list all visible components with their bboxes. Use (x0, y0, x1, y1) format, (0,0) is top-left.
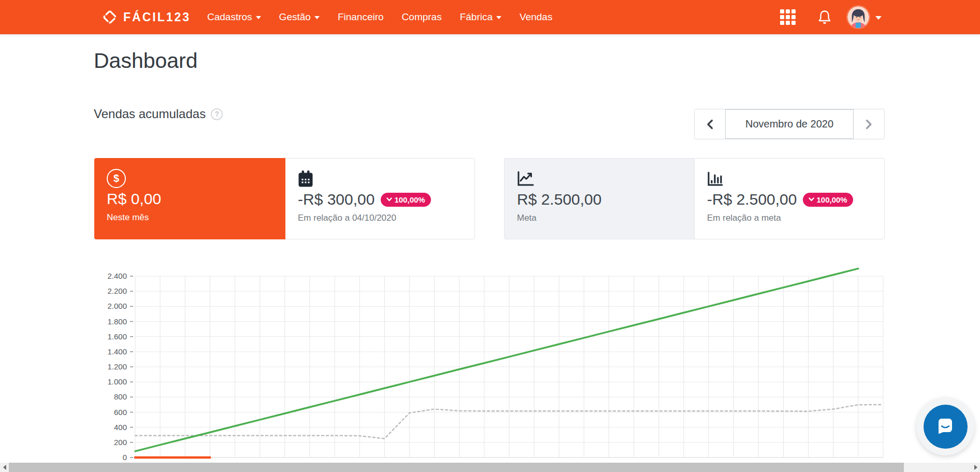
svg-text:2.200: 2.200 (107, 287, 127, 295)
next-month-button[interactable] (854, 109, 884, 139)
sales-accumulated-chart: 02004006008001.0001.2001.4001.6001.8002.… (93, 259, 893, 461)
svg-text:0: 0 (123, 453, 127, 461)
nav-item-compras[interactable]: Compras (400, 8, 444, 26)
horizontal-scrollbar[interactable] (0, 463, 980, 472)
month-selector-label[interactable]: Novembro de 2020 (725, 109, 854, 139)
question-circle-icon[interactable]: ? (211, 108, 223, 120)
triangle-left-icon (3, 465, 6, 470)
card-label: Neste mês (107, 212, 273, 223)
svg-text:600: 600 (114, 408, 127, 417)
scroll-left-button[interactable] (0, 463, 9, 472)
scroll-right-button[interactable] (971, 463, 980, 472)
chart-line-icon (517, 171, 534, 187)
svg-text:1.600: 1.600 (107, 332, 127, 341)
chevron-right-icon (866, 119, 872, 130)
section-header: Vendas acumuladas ? (94, 107, 223, 121)
card-value: -R$ 300,00 (298, 191, 374, 208)
scrollbar-thumb[interactable] (9, 463, 904, 472)
chart-bar-icon (707, 171, 723, 187)
svg-text:2.000: 2.000 (107, 302, 127, 310)
card-current-month: $ R$ 0,00 Neste mês (94, 158, 285, 239)
nav-item-vendas[interactable]: Vendas (517, 8, 554, 26)
nav-item-cadastros[interactable]: Cadastros (205, 8, 263, 26)
calendar-icon (298, 170, 313, 188)
previous-month-button[interactable] (695, 109, 725, 139)
card-value: R$ 2.500,00 (517, 191, 601, 208)
chevron-down-icon (256, 16, 261, 19)
card-label: Meta (517, 213, 682, 223)
percentage-down-badge: 100,00% (803, 193, 853, 207)
chevron-left-icon (707, 119, 713, 130)
chevron-down-icon (496, 16, 501, 19)
main-nav: Cadastros Gestão Financeiro Compras Fábr… (205, 0, 554, 34)
account-menu-chevron-down-icon[interactable] (875, 0, 882, 34)
chevron-down-icon (809, 197, 814, 202)
card-value: R$ 0,00 (107, 190, 161, 208)
card-label: Em relação a meta (707, 213, 872, 223)
svg-text:800: 800 (114, 392, 127, 401)
triangle-right-icon (974, 465, 977, 470)
chevron-down-icon (314, 16, 320, 19)
nav-item-gestao[interactable]: Gestão (277, 8, 322, 26)
brand-name: FÁCIL123 (123, 10, 191, 24)
apps-grid-icon[interactable] (780, 0, 796, 34)
card-label: Em relação a 04/10/2020 (298, 213, 462, 223)
svg-text:1.400: 1.400 (107, 347, 127, 356)
svg-text:200: 200 (114, 438, 127, 447)
page-title: Dashboard (94, 49, 198, 73)
user-avatar[interactable] (847, 0, 869, 34)
bell-icon[interactable] (817, 0, 832, 34)
brand-logo[interactable]: FÁCIL123 (102, 0, 191, 34)
svg-text:2.400: 2.400 (107, 271, 127, 280)
card-vs-previous-date: -R$ 300,00 100,00% Em relação a 04/10/20… (285, 158, 475, 239)
diamond-logo-icon (102, 9, 118, 25)
percentage-down-badge: 100,00% (381, 193, 430, 207)
nav-item-financeiro[interactable]: Financeiro (336, 8, 386, 26)
chat-widget-button[interactable] (916, 397, 974, 455)
card-value: -R$ 2.500,00 (707, 191, 797, 208)
svg-text:1.200: 1.200 (107, 362, 127, 371)
section-title: Vendas acumuladas (94, 107, 206, 121)
chevron-down-icon (386, 197, 392, 202)
month-selector: Novembro de 2020 (694, 109, 885, 139)
svg-text:1.800: 1.800 (107, 317, 127, 326)
card-meta: R$ 2.500,00 Meta (504, 158, 695, 239)
svg-text:1.000: 1.000 (107, 377, 127, 386)
dollar-circle-icon: $ (107, 169, 126, 188)
card-vs-meta: -R$ 2.500,00 100,00% Em relação a meta (694, 158, 885, 239)
svg-text:400: 400 (114, 423, 127, 432)
nav-item-fabrica[interactable]: Fábrica (458, 8, 503, 26)
chat-bubble-icon (924, 405, 968, 449)
line-chart-canvas: 02004006008001.0001.2001.4001.6001.8002.… (93, 259, 893, 461)
top-navigation-bar: FÁCIL123 Cadastros Gestão Financeiro Com… (0, 0, 980, 34)
